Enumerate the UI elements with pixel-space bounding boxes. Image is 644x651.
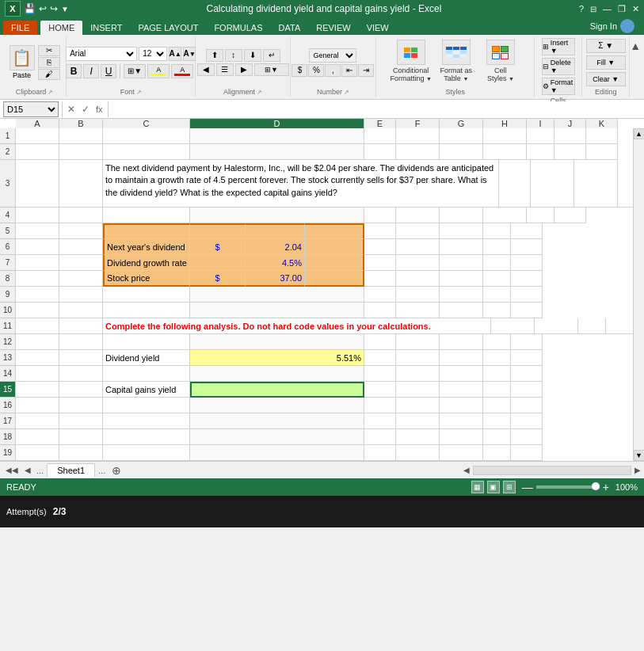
row-num-19[interactable]: 19 [0, 445, 15, 461]
cell-b10[interactable] [59, 303, 103, 318]
cell-c13-label[interactable]: Dividend yield [103, 350, 190, 366]
cell-c8[interactable]: Stock price [103, 271, 190, 287]
row-num-10[interactable]: 10 [0, 303, 15, 318]
tab-dots-right[interactable]: ... [97, 466, 107, 475]
cell-i15[interactable] [483, 382, 511, 398]
cell-d4[interactable] [190, 207, 364, 223]
cell-b11[interactable] [59, 318, 103, 334]
cell-d17[interactable] [190, 413, 364, 429]
align-top-button[interactable]: ⬆ [206, 49, 223, 62]
cell-f11[interactable] [491, 318, 535, 334]
tab-review[interactable]: REVIEW [308, 21, 358, 35]
cell-a10[interactable] [16, 303, 59, 318]
cell-c15-label[interactable]: Capital gains yield [103, 382, 190, 398]
cell-d6-value[interactable]: 2.04 [246, 239, 305, 255]
cell-e3[interactable] [499, 160, 531, 207]
cell-g7[interactable] [440, 255, 483, 271]
col-header-f[interactable]: F [396, 119, 440, 128]
cell-i4[interactable] [527, 207, 554, 223]
cell-g11[interactable] [535, 318, 578, 334]
merge-cells-button[interactable]: ⊞▼ [254, 63, 289, 76]
cell-e15[interactable] [364, 382, 396, 398]
cell-c17[interactable] [103, 413, 190, 429]
cell-b5[interactable] [59, 223, 103, 239]
cell-d9[interactable] [190, 287, 364, 303]
align-left-button[interactable]: ◀ [197, 63, 215, 76]
horizontal-scroll-track[interactable] [473, 466, 631, 475]
cell-b9[interactable] [59, 287, 103, 303]
cell-f10[interactable] [396, 303, 440, 318]
col-header-c[interactable]: C [103, 119, 190, 128]
cell-d10[interactable] [190, 303, 364, 318]
tab-data[interactable]: DATA [271, 21, 309, 35]
cell-d7-value[interactable]: 4.5% [246, 255, 305, 271]
cell-c6[interactable]: Next year's dividend [103, 239, 190, 255]
row-num-15[interactable]: 15 [0, 382, 15, 398]
cell-j19[interactable] [511, 445, 543, 461]
cell-j16[interactable] [511, 398, 543, 413]
cell-i17[interactable] [483, 413, 511, 429]
zoom-minus-button[interactable]: — [522, 481, 533, 493]
cell-c9[interactable] [103, 287, 190, 303]
help-icon[interactable]: ? [579, 4, 584, 13]
cell-d5-mid[interactable] [246, 223, 305, 239]
cell-b3[interactable] [59, 160, 103, 207]
cell-c10[interactable] [103, 303, 190, 318]
cell-d6-right[interactable] [305, 239, 364, 255]
scroll-left-arrow[interactable]: ◀ [463, 466, 470, 474]
cell-f9[interactable] [396, 287, 440, 303]
row-num-6[interactable]: 6 [0, 239, 15, 255]
cell-e12[interactable] [364, 334, 396, 350]
cell-f5[interactable] [396, 223, 440, 239]
tab-file[interactable]: FILE [3, 21, 37, 35]
cell-i10[interactable] [483, 303, 511, 318]
name-box[interactable]: D15 [3, 101, 59, 117]
cell-i1[interactable] [527, 128, 554, 144]
cell-j1[interactable] [554, 128, 586, 144]
cell-c4[interactable] [103, 207, 190, 223]
cell-f3[interactable] [531, 160, 574, 207]
italic-button[interactable]: I [83, 64, 99, 78]
borders-button[interactable]: ⊞▼ [124, 64, 146, 78]
font-color-button[interactable]: A [171, 64, 193, 78]
percent-format-button[interactable]: % [308, 64, 324, 77]
cell-d8-dollar[interactable]: $ [190, 271, 246, 287]
format-painter-button[interactable]: 🖌 [38, 69, 60, 80]
format-cells-button[interactable]: ⚙Format ▼ [542, 78, 575, 95]
cell-d19[interactable] [190, 445, 364, 461]
cell-g5[interactable] [440, 223, 483, 239]
cell-c18[interactable] [103, 429, 190, 445]
vertical-scrollbar[interactable]: ▲ ▼ [633, 128, 644, 461]
cell-f2[interactable] [396, 144, 440, 160]
cell-i2[interactable] [527, 144, 554, 160]
cell-e6[interactable] [364, 239, 396, 255]
cell-j6[interactable] [511, 239, 543, 255]
cell-g3[interactable] [574, 160, 618, 207]
cell-c12[interactable] [103, 334, 190, 350]
cell-d15-selected[interactable] [190, 382, 364, 398]
currency-format-button[interactable]: $ [292, 64, 307, 77]
cell-b16[interactable] [59, 398, 103, 413]
cell-j11[interactable] [606, 318, 633, 334]
cell-j4[interactable] [554, 207, 586, 223]
quick-access-more[interactable]: ▼ [61, 5, 69, 13]
cell-b1[interactable] [59, 128, 103, 144]
scroll-down-button[interactable]: ▼ [634, 450, 645, 461]
cell-b19[interactable] [59, 445, 103, 461]
cell-j12[interactable] [511, 334, 543, 350]
col-header-e[interactable]: E [364, 119, 396, 128]
tab-formulas[interactable]: FORMULAS [206, 21, 270, 35]
cell-g13[interactable] [440, 350, 483, 366]
cell-g4[interactable] [440, 207, 483, 223]
tab-view[interactable]: VIEW [359, 21, 397, 35]
tab-insert[interactable]: INSERT [82, 21, 130, 35]
sheet-tab-sheet1[interactable]: Sheet1 [47, 463, 95, 478]
cell-a13[interactable] [16, 350, 59, 366]
cell-e2[interactable] [364, 144, 396, 160]
quick-access-undo[interactable]: ↩ [39, 3, 47, 14]
col-header-a[interactable]: A [16, 119, 59, 128]
cell-a17[interactable] [16, 413, 59, 429]
cell-b14[interactable] [59, 366, 103, 382]
row-num-12[interactable]: 12 [0, 334, 15, 350]
cell-b15[interactable] [59, 382, 103, 398]
